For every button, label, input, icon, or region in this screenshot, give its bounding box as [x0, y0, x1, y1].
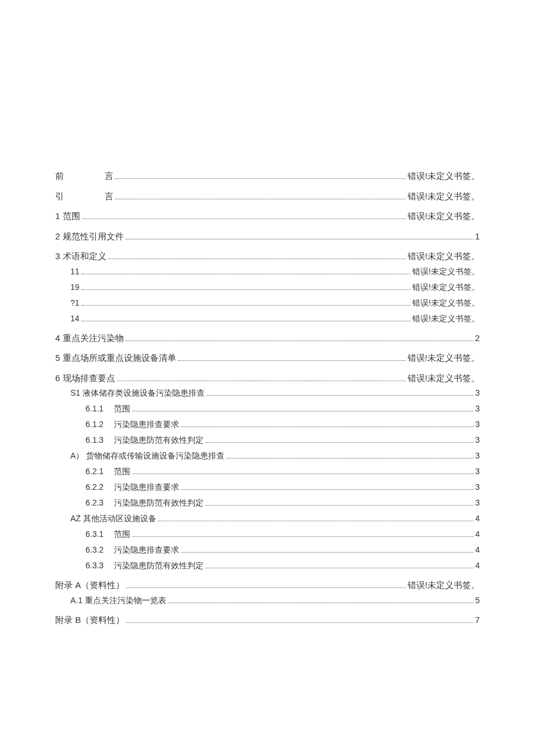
toc-entry-terms-sub: 14 错误!未定义书签。 [55, 313, 480, 325]
toc-num: 6.2.1 [85, 465, 104, 478]
toc-page: 错误!未定义书签。 [408, 210, 480, 223]
toc-page: 3 [475, 387, 480, 399]
toc-page: 错误!未定义书签。 [408, 190, 480, 203]
toc-title: 范围 [114, 465, 130, 478]
toc-entry-sub: 6.3.2 污染隐患排查要求 4 [55, 544, 480, 556]
toc-title: 范围 [114, 403, 130, 415]
dots [115, 199, 406, 199]
dots [132, 474, 473, 474]
toc-page: 1 [475, 230, 480, 243]
toc-entry-sub: 6.3.1 范围 4 [55, 528, 480, 540]
dots [206, 395, 473, 396]
dots [82, 218, 406, 219]
toc-entry-appendix-a-sub: A.1 重点关注污染物一览表 5 [55, 594, 480, 607]
toc-label: 5 重点场所或重点设施设备清单 [55, 352, 176, 365]
toc-label: 14 [70, 313, 80, 325]
toc-num: 6.1.2 [85, 418, 104, 431]
toc-label: 19 [70, 281, 80, 293]
toc-label: 2 规范性引用文件 [55, 230, 124, 243]
dots [226, 458, 473, 458]
dots [178, 360, 406, 361]
dots [126, 622, 473, 623]
toc-title: 污染隐患防范有效性判定 [114, 434, 204, 446]
toc-entry-sub: 6.1.3 污染隐患防范有效性判定 3 [55, 434, 480, 446]
dots [81, 305, 411, 306]
toc-label: 11 [70, 266, 80, 278]
toc-entry-appendix-b: 附录 B（资料性） 7 [55, 614, 480, 627]
toc-title: 言 [105, 190, 113, 203]
toc-page: 错误!未定义书签。 [408, 352, 480, 365]
dots [132, 411, 473, 411]
toc-page: 错误!未定义书签。 [412, 281, 480, 293]
dots [126, 587, 406, 588]
toc-page: 4 [475, 544, 480, 556]
dots [205, 442, 473, 443]
toc-title: 言 [105, 170, 113, 183]
toc-page: 错误!未定义书签。 [412, 297, 480, 309]
toc-entry-normative-refs: 2 规范性引用文件 1 [55, 230, 480, 243]
toc-label: ?1 [70, 297, 80, 309]
toc-page: 3 [475, 465, 480, 478]
toc-page: 3 [475, 434, 480, 446]
dots [81, 289, 411, 290]
toc-num: 6.3.1 [85, 528, 104, 540]
toc-entry-other-activity: AZ 其他活动区设施设备 4 [55, 513, 480, 525]
toc-page: 3 [475, 481, 480, 493]
toc-page: 4 [475, 513, 480, 525]
toc-entry-terms-sub: 19 错误!未定义书签。 [55, 281, 480, 293]
toc-title: 污染隐患排查要求 [114, 544, 179, 556]
dots [181, 427, 473, 427]
toc-entry-terms-sub: ?1 错误!未定义书签。 [55, 297, 480, 309]
dots [132, 536, 473, 537]
toc-entry-foreword: 前 言 错误!未定义书签。 [55, 170, 480, 183]
dots [108, 259, 406, 259]
toc-entry-sub: 6.1.1 范围 3 [55, 403, 480, 415]
toc-page: 7 [475, 614, 480, 627]
toc-num: 6.2.2 [85, 481, 104, 493]
toc-label: 4 重点关注污染物 [55, 332, 124, 345]
toc-title: 污染隐患防范有效性判定 [114, 560, 204, 572]
toc-entry-cargo-storage: A） 货物储存或传输设施设备污染隐患排查 3 [55, 450, 480, 462]
toc-page: 错误!未定义书签。 [412, 266, 480, 278]
toc-entry-sub: 6.2.2 污染隐患排查要求 3 [55, 481, 480, 493]
toc-label: 3 术语和定义 [55, 250, 106, 263]
toc-page: 4 [475, 528, 480, 540]
toc-label: S1 液体储存类设施设备污染隐患排查 [70, 387, 205, 399]
toc-page: 错误!未定义书签。 [408, 372, 480, 385]
toc-page: 4 [475, 560, 480, 572]
toc-entry-appendix-a: 附录 A（资料性） 错误!未定义书签。 [55, 579, 480, 592]
dots [81, 274, 411, 274]
toc-entry-sub: 6.2.1 范围 3 [55, 465, 480, 478]
toc-page: 3 [475, 418, 480, 431]
toc-label: A） 货物储存或传输设施设备污染隐患排查 [70, 450, 224, 462]
toc-title: 范围 [114, 528, 130, 540]
toc-page: 3 [475, 497, 480, 509]
toc-entry-liquid-storage: S1 液体储存类设施设备污染隐患排查 3 [55, 387, 480, 399]
toc-num: 6.1.1 [85, 403, 104, 415]
toc-label: AZ 其他活动区设施设备 [70, 513, 156, 525]
dots [81, 321, 411, 321]
dots [181, 489, 473, 490]
toc-entry-sub: 6.1.2 污染隐患排查要求 3 [55, 418, 480, 431]
dots [205, 568, 473, 568]
toc-label: 引 [55, 190, 64, 203]
dots [126, 341, 473, 341]
dots [115, 178, 406, 179]
toc-entry-terms: 3 术语和定义 错误!未定义书签。 [55, 250, 480, 263]
toc-title: 污染隐患排查要求 [114, 418, 179, 431]
toc-page: 错误!未定义书签。 [412, 313, 480, 325]
dots [168, 603, 473, 603]
toc-num: 6.3.3 [85, 560, 104, 572]
toc-entry-scope: 1 范围 错误!未定义书签。 [55, 210, 480, 223]
toc-entry-intro: 引 言 错误!未定义书签。 [55, 190, 480, 203]
toc-entry-facilities: 5 重点场所或重点设施设备清单 错误!未定义书签。 [55, 352, 480, 365]
toc-label: 前 [55, 170, 64, 183]
toc-page: 前 言 错误!未定义书签。 引 言 错误!未定义书签。 1 范围 错误!未定义书… [0, 0, 535, 658]
toc-entry-terms-sub: 11 错误!未定义书签。 [55, 266, 480, 278]
toc-page: 3 [475, 450, 480, 462]
dots [158, 521, 473, 521]
toc-page: 3 [475, 403, 480, 415]
toc-entry-sub: 6.2.3 污染隐患防范有效性判定 3 [55, 497, 480, 509]
toc-page: 错误!未定义书签。 [408, 170, 480, 183]
toc-label: 附录 A（资料性） [55, 579, 124, 592]
